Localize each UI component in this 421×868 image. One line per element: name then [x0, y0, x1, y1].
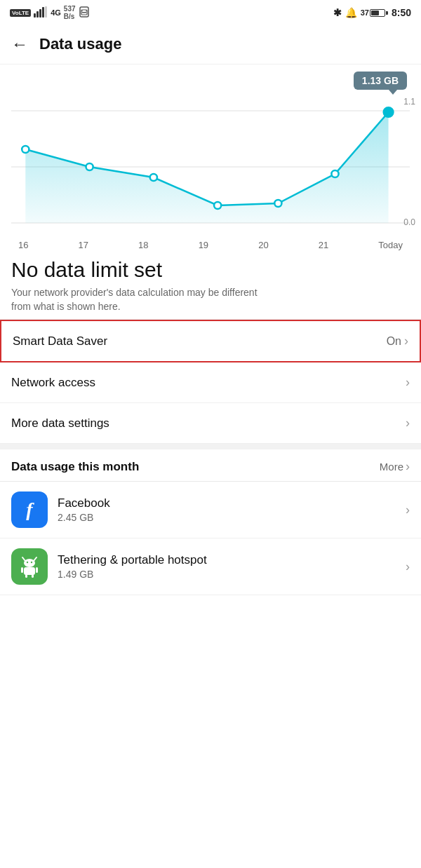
x-label-18: 18 [138, 240, 148, 250]
svg-point-20 [383, 107, 393, 117]
volte-badge: VoLTE [10, 9, 31, 17]
no-data-section: No data limit set Your network provider'… [0, 247, 421, 319]
svg-point-18 [274, 200, 281, 207]
svg-rect-1 [36, 11, 39, 18]
smart-data-saver-chevron: › [404, 334, 408, 348]
page-title: Data usage [39, 35, 121, 53]
x-label-16: 16 [18, 240, 28, 250]
chart-y-bottom: 0.0 [403, 217, 415, 227]
svg-point-14 [22, 146, 29, 153]
mute-icon: 🔔 [345, 7, 357, 18]
network-access-right: › [406, 375, 410, 390]
svg-rect-0 [34, 13, 36, 18]
x-label-21: 21 [319, 240, 328, 250]
svg-rect-28 [36, 567, 38, 573]
facebook-name: Facebook [58, 496, 406, 510]
smart-data-saver-label: Smart Data Saver [13, 334, 107, 348]
facebook-logo: f [26, 499, 32, 521]
x-label-20: 20 [258, 240, 268, 250]
android-robot-svg [17, 554, 42, 579]
bluetooth-icon: ✱ [333, 7, 342, 18]
no-data-title: No data limit set [11, 258, 410, 282]
svg-rect-4 [45, 6, 47, 18]
chart-container: 1.13 GB 1.1 0.0 16 17 18 19 [0, 65, 421, 247]
network-access-chevron: › [406, 375, 410, 390]
smart-data-saver-status: On [387, 335, 401, 348]
tethering-name: Tethering & portable hotspot [58, 553, 406, 567]
more-data-settings-chevron: › [406, 416, 410, 430]
network-type: 4G [51, 8, 61, 17]
facebook-icon: f [11, 491, 48, 528]
month-title: Data usage this month [11, 460, 139, 474]
status-bar: VoLTE 4G 537B/s ✱ 🔔 37 [0, 0, 421, 24]
svg-point-7 [81, 11, 83, 12]
x-label-today: Today [378, 240, 403, 250]
x-label-19: 19 [199, 240, 208, 250]
more-data-settings-item[interactable]: More data settings › [0, 403, 421, 444]
svg-rect-29 [25, 574, 27, 578]
svg-point-8 [86, 11, 87, 12]
status-left: VoLTE 4G 537B/s [10, 5, 90, 20]
chart-svg [11, 97, 410, 237]
facebook-app-item[interactable]: f Facebook 2.45 GB › [0, 482, 421, 538]
svg-rect-26 [24, 567, 35, 575]
network-access-label: Network access [11, 376, 95, 390]
svg-rect-30 [32, 574, 34, 578]
signal-strength [34, 6, 48, 19]
svg-line-21 [22, 557, 25, 561]
status-right: ✱ 🔔 37 8:50 [333, 7, 411, 18]
chart-y-top: 1.1 [403, 97, 415, 107]
smart-data-saver-right: On › [387, 334, 408, 348]
chart-tooltip: 1.13 GB [354, 72, 407, 90]
x-label-17: 17 [79, 240, 88, 250]
battery-icon: 37 [361, 8, 388, 17]
svg-point-17 [214, 202, 221, 209]
network-access-item[interactable]: Network access › [0, 362, 421, 403]
tethering-app-item[interactable]: Tethering & portable hotspot 1.49 GB › [0, 538, 421, 595]
sim-icon [79, 6, 90, 19]
data-speed: 537B/s [64, 5, 76, 20]
svg-point-15 [86, 163, 93, 170]
more-data-settings-right: › [406, 416, 410, 430]
svg-point-16 [150, 174, 157, 181]
svg-point-25 [31, 562, 32, 563]
svg-rect-9 [82, 12, 86, 13]
svg-point-24 [27, 562, 28, 563]
svg-line-22 [34, 557, 36, 561]
more-label: More [380, 461, 403, 473]
facebook-info: Facebook 2.45 GB [58, 496, 406, 523]
top-bar: ← Data usage [0, 24, 421, 65]
tethering-data: 1.49 GB [58, 569, 406, 580]
chart-x-labels: 16 17 18 19 20 21 Today [11, 237, 410, 250]
more-link[interactable]: More › [380, 459, 410, 474]
tethering-chevron: › [406, 560, 410, 574]
facebook-data: 2.45 GB [58, 512, 406, 523]
no-data-subtitle: Your network provider's data calculation… [11, 286, 278, 313]
tethering-icon [11, 548, 48, 585]
back-button[interactable]: ← [11, 34, 28, 54]
svg-marker-13 [25, 112, 388, 223]
time-display: 8:50 [392, 7, 411, 18]
tethering-info: Tethering & portable hotspot 1.49 GB [58, 553, 406, 580]
svg-point-23 [24, 559, 35, 567]
facebook-chevron: › [406, 503, 410, 517]
smart-data-saver-item[interactable]: Smart Data Saver On › [0, 320, 421, 362]
more-chevron: › [406, 459, 410, 474]
month-header: Data usage this month More › [0, 449, 421, 481]
svg-rect-27 [21, 567, 23, 573]
divider-thick [0, 444, 421, 449]
more-data-settings-label: More data settings [11, 416, 109, 430]
svg-point-19 [331, 170, 338, 177]
svg-rect-2 [39, 9, 41, 18]
svg-rect-3 [42, 7, 44, 18]
